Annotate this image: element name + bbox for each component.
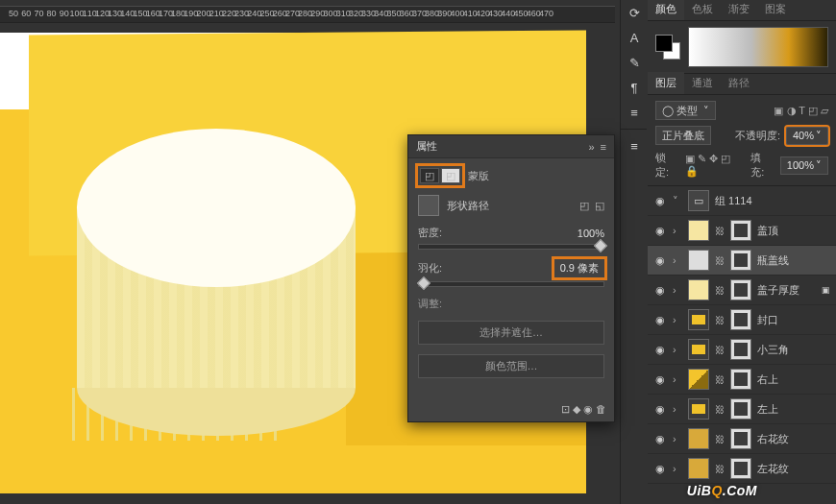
layer-thumb (688, 220, 709, 241)
visibility-eye-icon[interactable]: ◉ (653, 373, 667, 386)
vstrip-icon[interactable]: ✎ (621, 50, 648, 75)
layer-kind-select[interactable]: ◯ 类型 ˅ (655, 101, 716, 120)
opacity-label: 不透明度: (735, 129, 780, 143)
lock-icons[interactable]: ▣ ✎ ✥ ◰ 🔒 (685, 153, 746, 178)
horizontal-ruler: 5060708090100110120130140150160170180190… (0, 6, 615, 23)
layer-thumb (688, 250, 709, 271)
layers-tab[interactable]: 路径 (721, 72, 757, 94)
fill-label: 填充: (750, 151, 775, 180)
visibility-eye-icon[interactable]: ◉ (653, 403, 667, 416)
color-panel-tabs: 颜色色板渐变图案 (648, 0, 836, 21)
layer-thumb (688, 279, 709, 300)
layers-tab[interactable]: 通道 (684, 72, 721, 94)
layer-group-row[interactable]: ◉˅▭组 1114 (648, 186, 836, 216)
layer-name: 封口 (757, 313, 778, 327)
layer-row[interactable]: ◉›⛓左花纹 (648, 454, 836, 484)
color-tab[interactable]: 渐变 (721, 0, 757, 20)
visibility-eye-icon[interactable]: ◉ (653, 225, 667, 237)
layer-row[interactable]: ◉›⛓小三角 (648, 335, 836, 365)
feather-slider[interactable] (418, 281, 604, 287)
select-and-mask-button[interactable]: 选择并遮住… (418, 321, 604, 345)
color-tab[interactable]: 颜色 (648, 0, 684, 20)
vertical-tool-strip: ⟳A✎¶≡≡ (620, 0, 647, 504)
color-range-button[interactable]: 颜色范围… (418, 354, 604, 378)
layer-thumb (688, 369, 709, 390)
shape-path-label: 形状路径 (447, 199, 489, 213)
density-label: 密度: (418, 226, 442, 240)
layer-name: 右上 (757, 372, 778, 387)
layer-name: 瓶盖线 (757, 253, 789, 268)
color-tab[interactable]: 图案 (757, 0, 794, 20)
right-panel-stack: 颜色色板渐变图案 图层通道路径 ◯ 类型 ˅ ▣ ◑ T ◰ ▱ 正片叠底 不透… (648, 0, 836, 504)
layer-thumb (688, 339, 709, 360)
layer-name: 盖子厚度 (757, 283, 799, 298)
layer-row[interactable]: ◉›⛓右上 (648, 365, 836, 395)
visibility-eye-icon[interactable]: ◉ (653, 344, 667, 356)
layer-name: 盖顶 (757, 224, 778, 238)
layers-tab[interactable]: 图层 (648, 72, 684, 94)
fill-value[interactable]: 100% ˅ (780, 156, 828, 175)
layer-thumb (688, 428, 709, 449)
vstrip-icon[interactable]: ⟳ (621, 0, 648, 25)
layer-name: 左上 (757, 402, 778, 417)
vstrip-icon[interactable]: ≡ (621, 100, 648, 125)
visibility-eye-icon[interactable]: ◉ (653, 463, 667, 475)
layer-name: 组 1114 (715, 194, 752, 208)
feather-label: 羽化: (418, 261, 442, 276)
layer-mask-thumb (730, 220, 751, 241)
density-slider[interactable] (418, 244, 604, 250)
lock-label: 锁定: (655, 151, 679, 180)
feather-value[interactable]: 0.9 像素 (554, 259, 604, 277)
layer-mask-thumb (730, 369, 751, 390)
properties-title: 属性 (416, 139, 437, 154)
layer-mask-thumb (730, 309, 751, 330)
color-spectrum[interactable] (688, 27, 828, 67)
visibility-eye-icon[interactable]: ◉ (653, 254, 667, 267)
properties-footer-icons[interactable]: ⊡ ◆ ◉ 🗑 (561, 403, 606, 416)
visibility-eye-icon[interactable]: ◉ (653, 433, 667, 445)
layer-row[interactable]: ◉›⛓右花纹 (648, 424, 836, 454)
layer-mask-thumb (730, 339, 751, 360)
vstrip-icon[interactable]: ¶ (621, 75, 648, 100)
layers-panel: 图层通道路径 ◯ 类型 ˅ ▣ ◑ T ◰ ▱ 正片叠底 不透明度: 40% ˅… (648, 73, 836, 504)
layer-row[interactable]: ◉›⛓左上 (648, 395, 836, 424)
layer-mask-thumb (730, 398, 751, 420)
layers-panel-tabs: 图层通道路径 (648, 74, 836, 95)
cylinder-shape (77, 129, 356, 417)
layer-row[interactable]: ◉›⛓盖子厚度▣ (648, 276, 836, 305)
layer-mask-thumb (730, 458, 751, 479)
layer-row[interactable]: ◉›⛓封口 (648, 305, 836, 335)
layer-mask-thumb (730, 279, 751, 300)
layer-name: 右花纹 (757, 432, 789, 446)
density-value[interactable]: 100% (578, 228, 604, 239)
watermark: UiBQ.CoM (687, 483, 757, 498)
layer-thumb (688, 398, 709, 420)
layer-thumb (688, 309, 709, 330)
properties-panel: 属性 »≡ ◰◰ 蒙版 形状路径 ◰◱ 密度: 100% 羽化: 0.9 像素 (407, 134, 615, 422)
layer-mask-thumb (730, 250, 751, 271)
layers-list: ◉˅▭组 1114◉›⛓盖顶◉›⛓瓶盖线◉›⛓盖子厚度▣◉›⛓封口◉›⛓小三角◉… (648, 185, 836, 504)
layer-name: 小三角 (757, 343, 789, 357)
layer-mask-thumb (730, 428, 751, 449)
color-tab[interactable]: 色板 (684, 0, 721, 20)
layer-thumb (688, 458, 709, 479)
layer-row[interactable]: ◉›⛓盖顶 (648, 216, 836, 246)
visibility-eye-icon[interactable]: ◉ (653, 284, 667, 297)
visibility-eye-icon[interactable]: ◉ (653, 314, 667, 326)
visibility-eye-icon[interactable]: ◉ (653, 195, 667, 207)
fgbg-swatch[interactable] (655, 35, 680, 60)
opacity-value[interactable]: 40% ˅ (786, 127, 828, 145)
layer-name: 左花纹 (757, 462, 789, 476)
blend-mode-select[interactable]: 正片叠底 (655, 126, 711, 145)
shape-thumb (418, 195, 439, 216)
layer-row[interactable]: ◉›⛓瓶盖线 (648, 246, 836, 276)
mask-mode-toggle[interactable]: ◰◰ (418, 166, 462, 185)
mask-label: 蒙版 (468, 169, 489, 183)
adjust-label: 调整: (418, 297, 604, 311)
color-panel: 颜色色板渐变图案 (648, 0, 836, 73)
vstrip-icon[interactable]: A (621, 25, 648, 50)
